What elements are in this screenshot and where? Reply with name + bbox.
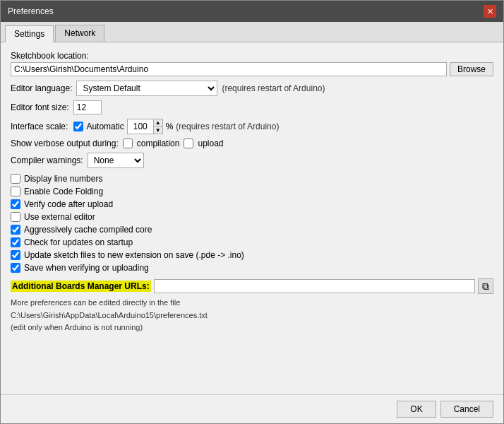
display-line-numbers-checkbox[interactable] (11, 174, 20, 184)
verbose-output-row: Show verbose output during: compilation … (11, 139, 493, 148)
display-line-numbers-label: Display line numbers (24, 174, 102, 184)
compilation-checkbox[interactable] (123, 139, 133, 148)
save-verifying-label: Save when verifying or uploading (24, 263, 149, 273)
tabs-container: Settings Network (1, 22, 503, 42)
boards-manager-icon: ⧉ (482, 281, 489, 293)
compiler-warnings-label: Compiler warnings: (11, 155, 83, 165)
prefs-note-line2: C:\Users\Girish\AppData\Local\Arduino15\… (11, 310, 493, 322)
percent-label: % (166, 122, 174, 131)
enable-code-folding-label: Enable Code Folding (24, 187, 103, 196)
update-sketch-label: Update sketch files to new extension on … (24, 250, 244, 260)
checkbox-save-verifying: Save when verifying or uploading (11, 263, 493, 273)
verbose-output-label: Show verbose output during: (11, 139, 119, 148)
aggressively-cache-checkbox[interactable] (11, 225, 20, 235)
title-bar: Preferences ✕ (1, 1, 503, 22)
scale-up-arrow[interactable]: ▲ (154, 119, 162, 127)
checkbox-verify-code: Verify code after upload (11, 199, 493, 209)
settings-content: Sketchbook location: Browse Editor langu… (1, 42, 503, 394)
save-verifying-checkbox[interactable] (11, 263, 20, 273)
cancel-button[interactable]: Cancel (440, 401, 493, 418)
interface-scale-label: Interface scale: (11, 122, 68, 131)
update-sketch-checkbox[interactable] (11, 250, 20, 260)
additional-boards-row: Additional Boards Manager URLs: ⧉ (11, 278, 493, 294)
external-editor-checkbox[interactable] (11, 212, 20, 222)
prefs-note-line1: More preferences can be edited directly … (11, 297, 493, 310)
footer: OK Cancel (1, 394, 503, 423)
editor-language-row: Editor language: System Default (require… (11, 81, 493, 96)
scale-input[interactable] (128, 120, 153, 133)
external-editor-label: Use external editor (24, 212, 95, 222)
enable-code-folding-checkbox[interactable] (11, 187, 20, 196)
preferences-note: More preferences can be edited directly … (11, 297, 493, 334)
check-updates-checkbox[interactable] (11, 237, 20, 247)
verify-code-checkbox[interactable] (11, 199, 20, 209)
sketchbook-input-row: Browse (11, 62, 493, 76)
close-button[interactable]: ✕ (484, 5, 496, 18)
verify-code-label: Verify code after upload (24, 199, 113, 209)
sketchbook-label: Sketchbook location: (11, 51, 493, 61)
scale-spinner: ▲ ▼ (127, 119, 163, 134)
preferences-dialog: Preferences ✕ Settings Network Sketchboo… (0, 0, 504, 424)
editor-font-size-input[interactable] (73, 100, 102, 114)
sketchbook-section: Sketchbook location: Browse (11, 51, 493, 76)
boards-manager-icon-button[interactable]: ⧉ (478, 278, 493, 294)
editor-font-size-label: Editor font size: (11, 102, 69, 112)
boards-manager-url-input[interactable] (154, 279, 475, 293)
tab-settings[interactable]: Settings (5, 25, 54, 42)
compiler-warnings-select[interactable]: None Default More All (88, 153, 144, 168)
interface-scale-row: Interface scale: Automatic ▲ ▼ % (requir… (11, 119, 493, 134)
ok-button[interactable]: OK (397, 401, 436, 418)
check-updates-label: Check for updates on startup (24, 237, 133, 247)
checkbox-aggressively-cache: Aggressively cache compiled core (11, 225, 493, 235)
compilation-label: compilation (137, 139, 180, 148)
checkbox-check-updates: Check for updates on startup (11, 237, 493, 247)
upload-label: upload (198, 139, 223, 148)
editor-language-label: Editor language: (11, 83, 72, 93)
compiler-warnings-row: Compiler warnings: None Default More All (11, 153, 493, 168)
dialog-title: Preferences (8, 6, 54, 16)
additional-boards-label: Additional Boards Manager URLs: (11, 281, 151, 292)
browse-button[interactable]: Browse (450, 62, 493, 76)
editor-language-select[interactable]: System Default (76, 81, 217, 96)
aggressively-cache-label: Aggressively cache compiled core (24, 225, 152, 235)
checkbox-enable-code-folding: Enable Code Folding (11, 187, 493, 196)
upload-checkbox[interactable] (184, 139, 193, 148)
checkbox-external-editor: Use external editor (11, 212, 493, 222)
editor-language-note: (requires restart of Arduino) (222, 83, 325, 93)
checkbox-display-line-numbers: Display line numbers (11, 174, 493, 184)
prefs-note-line3: (edit only when Arduino is not running) (11, 322, 493, 334)
editor-font-size-row: Editor font size: (11, 100, 493, 114)
scale-down-arrow[interactable]: ▼ (154, 127, 162, 134)
interface-scale-note: (requires restart of Arduino) (176, 122, 279, 131)
sketchbook-input[interactable] (11, 62, 447, 76)
tab-network[interactable]: Network (55, 25, 104, 42)
checkbox-update-sketch: Update sketch files to new extension on … (11, 250, 493, 260)
automatic-checkbox[interactable] (73, 122, 83, 131)
automatic-label: Automatic (86, 122, 124, 131)
